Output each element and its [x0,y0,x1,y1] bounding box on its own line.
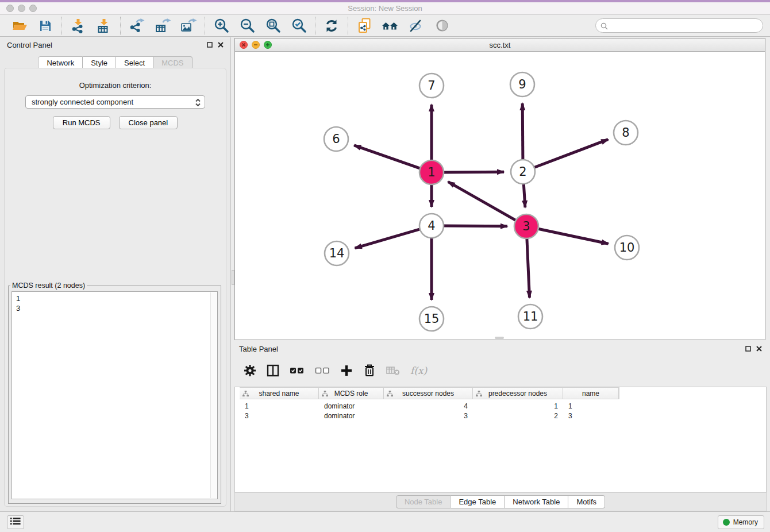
column-header-successor-nodes[interactable]: successor nodes [384,388,473,399]
close-panel-button[interactable]: Close panel [119,116,178,129]
table-panel: Table Panel f(x) shared nameMCDS rolesuc… [234,342,767,511]
graph-edge-1-6[interactable] [354,145,420,168]
graph-node-14[interactable]: 14 [325,241,349,265]
float-table-panel-icon[interactable] [745,346,751,352]
zoom-in-icon[interactable] [213,17,230,34]
add-column-icon[interactable] [340,364,353,377]
mcds-result-group: MCDS result (2 nodes) 13 [8,282,221,504]
tab-network-table[interactable]: Network Table [505,495,568,508]
graph-node-1[interactable]: 1 [419,160,444,184]
node-label: 1 [428,165,435,179]
graph-edge-2-3[interactable] [523,184,525,207]
graph-node-7[interactable]: 7 [419,74,444,98]
table-cell[interactable]: 1 [563,402,619,410]
export-image-icon[interactable] [180,17,197,34]
table-header-row: shared nameMCDS rolesuccessor nodesprede… [240,387,619,399]
first-neighbors-icon[interactable] [382,17,399,34]
network-minimize-button[interactable] [252,41,260,49]
graph-edge-3-10[interactable] [538,229,609,244]
main-toolbar [0,15,770,37]
table-toolbar: f(x) [234,358,767,383]
network-canvas[interactable]: 7968124314101511 [235,52,765,340]
import-table-icon[interactable] [95,17,113,34]
search-input[interactable] [595,18,763,33]
save-session-icon[interactable] [37,17,54,34]
graph-node-11[interactable]: 11 [518,304,542,329]
result-scrollbar[interactable] [210,292,217,498]
close-panel-icon[interactable] [218,42,224,48]
graph-node-3[interactable]: 3 [514,214,538,238]
run-mcds-button[interactable]: Run MCDS [53,116,110,129]
graph-edge-3-1[interactable] [448,182,516,220]
network-close-button[interactable] [240,41,248,49]
table-row[interactable]: 1dominator411 [240,401,619,411]
zoom-selected-icon[interactable] [290,17,307,34]
show-hidden-icon[interactable] [433,17,451,34]
application-window: Session: New Session Control Panel Netwo… [0,0,770,532]
zoom-fit-icon[interactable] [264,17,282,34]
graph-node-6[interactable]: 6 [324,127,348,151]
float-panel-icon[interactable] [207,42,213,48]
close-table-panel-icon[interactable] [756,346,762,352]
task-history-button[interactable] [7,515,24,529]
table-cell[interactable]: dominator [319,412,384,420]
table-cell[interactable]: dominator [319,402,384,410]
hide-selected-icon[interactable] [407,17,425,34]
graph-edge-4-3[interactable] [444,226,507,226]
refresh-network-icon[interactable] [323,17,340,34]
table-cell[interactable]: 4 [384,402,473,410]
tab-motifs[interactable]: Motifs [568,495,605,508]
table-settings-icon[interactable] [244,364,256,377]
node-label: 7 [428,79,435,92]
import-network-icon[interactable] [70,17,87,34]
graph-node-4[interactable]: 4 [419,214,444,238]
graph-node-10[interactable]: 10 [615,236,639,260]
delete-table-icon[interactable] [386,365,400,376]
table-cell[interactable]: 3 [240,412,319,420]
criterion-select[interactable]: strongly connected component [25,95,205,109]
zoom-out-icon[interactable] [238,17,256,34]
canvas-scroll-nub[interactable] [495,337,504,339]
memory-status-dot [723,519,730,526]
function-builder-icon[interactable]: f(x) [410,365,427,376]
graph-edge-4-14[interactable] [355,229,420,248]
export-table-icon[interactable] [154,17,171,34]
column-header-shared-name[interactable]: shared name [240,388,319,399]
column-header-predecessor-nodes[interactable]: predecessor nodes [473,388,563,399]
graph-edge-3-11[interactable] [527,238,530,298]
search-icon [600,22,608,32]
graph-edge-1-2[interactable] [444,172,504,172]
column-layout-icon[interactable] [267,364,279,377]
graph-node-2[interactable]: 2 [511,160,535,184]
toolbar-group [348,17,458,35]
delete-columns-icon[interactable] [363,364,376,377]
column-header-MCDS-role[interactable]: MCDS role [319,388,384,399]
table-cell[interactable]: 1 [240,402,319,410]
tab-node-table[interactable]: Node Table [396,495,451,508]
graph-edge-2-8[interactable] [534,140,609,168]
mcds-result-textarea[interactable]: 13 [11,291,218,499]
mcds-result-title: MCDS result (2 nodes) [10,282,87,290]
table-cell[interactable]: 3 [384,412,473,420]
graph-edge-2-9[interactable] [522,103,523,160]
table-cell[interactable]: 2 [473,412,563,420]
table-cell[interactable]: 1 [473,402,563,410]
graph-node-9[interactable]: 9 [510,72,534,97]
table-cell[interactable]: 3 [563,412,619,420]
open-file-icon[interactable] [11,17,28,34]
select-all-columns-icon[interactable] [290,365,305,376]
table-row[interactable]: 3dominator323 [240,411,619,421]
memory-button[interactable]: Memory [718,515,764,529]
table-panel-header: Table Panel [234,342,767,356]
clone-network-icon[interactable] [356,17,373,34]
graph-node-15[interactable]: 15 [419,307,444,331]
network-window-titlebar: scc.txt [235,38,765,52]
tab-edge-table[interactable]: Edge Table [451,495,505,508]
deselect-all-columns-icon[interactable] [315,365,330,376]
window-titlebar: Session: New Session [0,0,770,15]
node-label: 8 [622,126,629,140]
column-header-name[interactable]: name [563,388,619,399]
graph-node-8[interactable]: 8 [614,121,638,145]
export-network-icon[interactable] [128,17,145,34]
network-zoom-button[interactable] [264,41,272,49]
